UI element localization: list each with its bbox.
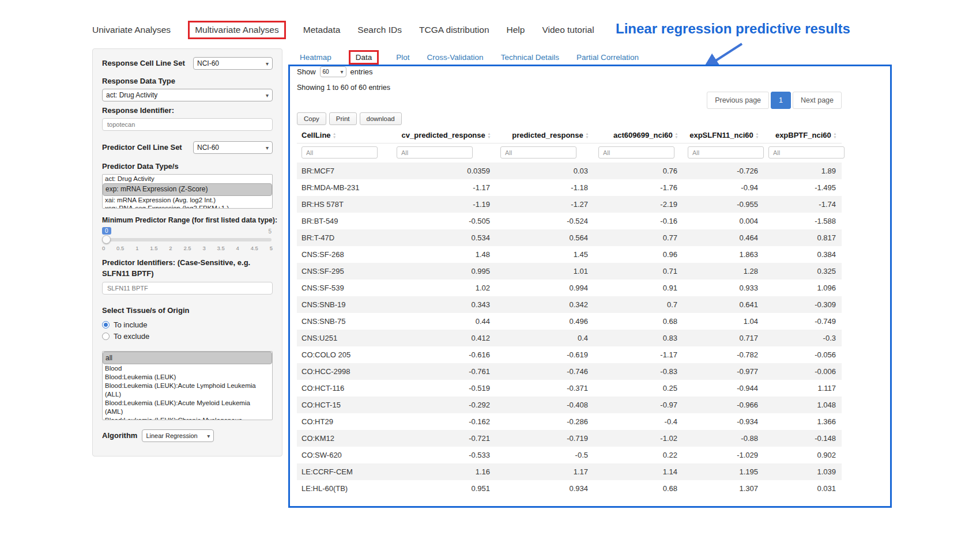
page-1-button[interactable]: 1 [771, 92, 791, 109]
filter-input-cv-predicted-response[interactable] [397, 146, 473, 158]
algorithm-value: Linear Regression [146, 432, 197, 439]
slider-tick: 5 [270, 245, 273, 251]
tissue-option-blood-leukemia-leuk-acute-lymphoid-leukemia-all[interactable]: Blood:Leukemia (LEUK):Acute Lymphoid Leu… [103, 382, 272, 399]
slider-track[interactable] [103, 238, 272, 241]
tab-cross-validation[interactable]: Cross-Validation [427, 53, 484, 62]
slider-handle[interactable] [102, 235, 111, 244]
next-page-button[interactable]: Next page [793, 92, 842, 109]
value-cell: 0.342 [496, 296, 594, 313]
nav-item-multivariate-analyses[interactable]: Multivariate Analyses [188, 21, 286, 39]
min-predictor-range-slider: 0 5 00.511.522.533.544.55 [102, 227, 273, 252]
table-filter-row [297, 144, 842, 163]
page-length-select[interactable]: 60 ▾ [320, 66, 346, 77]
predictor-identifiers-label: Predictor Identifiers: (Case-Sensitive, … [102, 257, 273, 279]
nav-item-video-tutorial[interactable]: Video tutorial [542, 25, 594, 35]
tissue-option-all[interactable]: all [103, 352, 272, 364]
value-cell: -0.408 [496, 397, 594, 413]
print-button[interactable]: Print [329, 112, 357, 125]
filter-input-predicted-response[interactable] [500, 146, 576, 158]
value-cell: 0.496 [496, 313, 594, 330]
predictor-data-types-listbox: act: Drug Activityexp: mRNA Expression (… [102, 174, 273, 209]
filter-input-cellline[interactable] [301, 146, 378, 158]
predictor-cell-line-set-select[interactable]: NCI-60 ▾ [193, 141, 273, 154]
nav-item-tcga-distribution[interactable]: TCGA distribution [419, 25, 489, 35]
tab-plot[interactable]: Plot [396, 53, 409, 62]
tab-technical-details[interactable]: Technical Details [501, 53, 559, 62]
value-cell: -1.18 [496, 179, 594, 196]
value-cell: 1.195 [683, 463, 764, 480]
value-cell: 1.096 [764, 280, 842, 296]
previous-page-button[interactable]: Previous page [707, 92, 769, 109]
table-row: CNS:SF-5391.020.9940.910.9331.096 [297, 280, 842, 296]
column-header-cv-predicted-response[interactable]: cv_predicted_response▴▾ [392, 127, 496, 144]
tissue-option-blood-leukemia-leuk-chronic-myelogenous-leukemia-cml[interactable]: Blood:Leukemia (LEUK):Chronic Myelogenou… [103, 416, 272, 420]
value-cell: -1.17 [594, 346, 683, 363]
tab-partial-correlation[interactable]: Partial Correlation [576, 53, 639, 62]
tissue-option-blood[interactable]: Blood [103, 364, 272, 373]
value-cell: -0.761 [392, 363, 496, 380]
value-cell: -0.719 [496, 430, 594, 447]
response-identifier-input[interactable] [102, 118, 273, 131]
filter-input-expslfn11-nci60[interactable] [688, 146, 764, 158]
sort-icon[interactable]: ▴▾ [834, 132, 836, 138]
chevron-down-icon: ▾ [266, 145, 269, 151]
table-row: CO:KM12-0.721-0.719-1.02-0.88-0.148 [297, 430, 842, 447]
value-cell: -1.74 [764, 196, 842, 213]
filter-input-act609699-nci60[interactable] [598, 146, 674, 158]
response-cell-line-set-select[interactable]: NCI-60 ▾ [193, 57, 273, 70]
column-header-expslfn11-nci60[interactable]: expSLFN11_nci60▴▾ [683, 127, 764, 144]
column-header-label: cv_predicted_response [402, 131, 485, 139]
value-cell: 1.048 [764, 397, 842, 413]
tissue-option-blood-leukemia-leuk-acute-myeloid-leukemia-aml[interactable]: Blood:Leukemia (LEUK):Acute Myeloid Leuk… [103, 399, 272, 416]
algorithm-label: Algorithm [102, 431, 137, 440]
sort-icon[interactable]: ▴▾ [756, 132, 758, 138]
predictor-identifiers-input[interactable] [102, 282, 273, 295]
value-cell: 0.7 [594, 296, 683, 313]
table-row: CO:HT29-0.162-0.286-0.4-0.9341.366 [297, 413, 842, 430]
sort-icon[interactable]: ▴▾ [676, 132, 677, 138]
column-header-expbptf-nci60[interactable]: expBPTF_nci60▴▾ [764, 127, 842, 144]
slider-tick: 1.5 [150, 245, 157, 251]
table-row: CO:HCT-116-0.519-0.3710.25-0.9441.117 [297, 380, 842, 397]
response-data-type-select[interactable]: act: Drug Activity ▾ [102, 89, 273, 101]
pagination: Previous page 1 Next page [297, 92, 842, 109]
predictor-cell-line-set-value: NCI-60 [197, 144, 219, 152]
column-header-predicted-response[interactable]: predicted_response▴▾ [496, 127, 594, 144]
radio-to-include[interactable]: To include [102, 319, 273, 330]
tissue-option-blood-leukemia-leuk[interactable]: Blood:Leukemia (LEUK) [103, 373, 272, 382]
value-cell: -0.94 [683, 179, 764, 196]
column-header-act609699-nci60[interactable]: act609699_nci60▴▾ [594, 127, 683, 144]
algorithm-select[interactable]: Linear Regression ▾ [142, 429, 214, 442]
sort-icon[interactable]: ▴▾ [586, 132, 588, 138]
value-cell: -0.056 [764, 346, 842, 363]
cell-line-cell: BR:BT-549 [297, 213, 392, 229]
value-cell: 1.366 [764, 413, 842, 430]
column-header-cellline[interactable]: CellLine▴▾ [297, 127, 392, 144]
chevron-down-icon: ▾ [207, 433, 210, 439]
predictor-data-type-option-xsq-rna-seq-expression-log2-fpkm-1[interactable]: xsq: RNA-seq Expression (log2 FPKM+1.) [103, 204, 272, 209]
results-panel: Show 60 ▾ entries Showing 1 to 60 of 60 … [288, 65, 892, 508]
tab-heatmap[interactable]: Heatmap [300, 53, 331, 62]
cell-line-cell: CO:SW-620 [297, 447, 392, 463]
nav-item-help[interactable]: Help [507, 25, 525, 35]
value-cell: 0.77 [594, 229, 683, 246]
tab-data[interactable]: Data [349, 50, 379, 65]
copy-button[interactable]: Copy [297, 112, 326, 125]
sort-icon[interactable]: ▴▾ [488, 132, 490, 138]
nav-item-metadata[interactable]: Metadata [303, 25, 341, 35]
predictor-data-type-option-exp-mrna-expression-z-score[interactable]: exp: mRNA Expression (Z-Score) [103, 183, 272, 196]
tissue-origin-label: Select Tissue/s of Origin [102, 306, 273, 315]
download-button[interactable]: download [360, 112, 402, 125]
value-cell: -0.83 [594, 363, 683, 380]
value-cell: -0.88 [683, 430, 764, 447]
nav-item-search-ids[interactable]: Search IDs [357, 25, 402, 35]
radio-to-exclude[interactable]: To exclude [102, 330, 273, 342]
value-cell: -0.619 [496, 346, 594, 363]
nav-item-univariate-analyses[interactable]: Univariate Analyses [92, 25, 171, 35]
filter-input-expbptf-nci60[interactable] [768, 146, 845, 158]
sort-down-icon: ▾ [334, 135, 336, 139]
table-row: CNS:SNB-750.440.4960.681.04-0.749 [297, 313, 842, 330]
predictor-data-type-option-act-drug-activity[interactable]: act: Drug Activity [103, 175, 272, 183]
sort-icon[interactable]: ▴▾ [334, 132, 336, 138]
predictor-data-type-option-xai-mrna-expression-avg-log2-int[interactable]: xai: mRNA Expression (Avg. log2 Int.) [103, 196, 272, 205]
